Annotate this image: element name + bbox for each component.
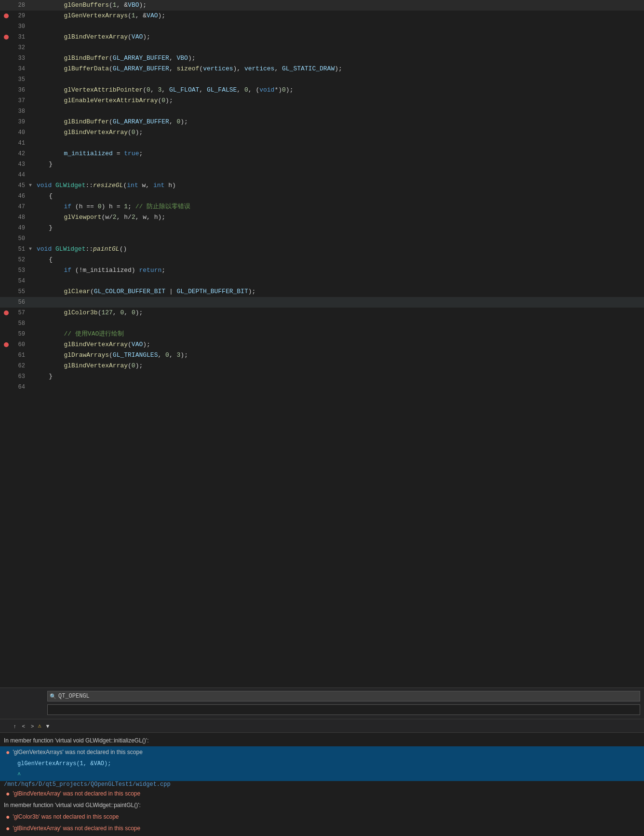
nav-next-button[interactable]: >	[29, 722, 36, 730]
code-line[interactable]: 53 if (!m_initialized) return;	[0, 265, 644, 276]
code-line[interactable]: 59 // 使用VAO进行绘制	[0, 329, 644, 339]
line-number: 64	[11, 382, 25, 392]
token	[34, 267, 64, 274]
code-line[interactable]: 54	[0, 276, 644, 286]
token: (	[109, 118, 113, 125]
breakpoint-icon[interactable]	[4, 13, 9, 18]
nav-next-error-button[interactable]: <	[20, 722, 27, 730]
code-line[interactable]: 61 glDrawArrays(GL_TRIANGLES, 0, 3);	[0, 350, 644, 361]
code-line[interactable]: 45▼void GLWidget::resizeGL(int w, int h)	[0, 180, 644, 191]
code-content: glBindBuffer(GL_ARRAY_BUFFER, VBO);	[30, 53, 644, 64]
find-input-wrapper[interactable]: 🔍	[47, 691, 640, 701]
code-line[interactable]: 52 {	[0, 255, 644, 265]
code-line[interactable]: 44	[0, 170, 644, 180]
breakpoint-icon[interactable]	[4, 310, 9, 315]
code-line[interactable]: 47 if (h == 0) h = 1; // 防止除以零错误	[0, 202, 644, 212]
line-number: 53	[11, 265, 25, 276]
code-line[interactable]: 64	[0, 382, 644, 392]
token: 127	[101, 309, 112, 316]
code-line[interactable]: 34 glBufferData(GL_ARRAY_BUFFER, sizeof(…	[0, 64, 644, 74]
line-gutter: 34	[0, 64, 29, 74]
code-line[interactable]: 55 glClear(GL_COLOR_BUFFER_BIT | GL_DEPT…	[0, 286, 644, 297]
line-gutter: 47	[0, 202, 29, 212]
code-line[interactable]: 56	[0, 297, 644, 308]
no-breakpoint	[4, 98, 9, 103]
no-breakpoint	[4, 45, 9, 50]
code-editor[interactable]: 28 glGenBuffers(1, &VBO);29 glGenVertexA…	[0, 0, 644, 688]
line-number: 48	[11, 212, 25, 223]
code-line[interactable]: 29 glGenVertexArrays(1, &VAO);	[0, 11, 644, 21]
token: ;	[161, 267, 165, 274]
line-gutter: 37	[0, 95, 29, 106]
code-line[interactable]: 43 }	[0, 159, 644, 170]
token: {	[34, 256, 53, 263]
breakpoint-icon[interactable]	[4, 35, 9, 40]
token: 0	[132, 362, 135, 369]
code-line[interactable]: 36 glVertexAttribPointer(0, 3, GL_FLOAT,…	[0, 85, 644, 95]
issue-line[interactable]: ●'glColor3b' was not declared in this sc…	[0, 811, 644, 823]
code-line[interactable]: 58	[0, 318, 644, 329]
code-line[interactable]: 63 }	[0, 371, 644, 382]
code-line[interactable]: 33 glBindBuffer(GL_ARRAY_BUFFER, VBO);	[0, 53, 644, 64]
code-line[interactable]: 35	[0, 74, 644, 85]
code-line[interactable]: 38	[0, 106, 644, 117]
token: }	[34, 224, 53, 231]
code-content: glColor3b(127, 0, 0);	[30, 308, 644, 318]
token: GL_FLOAT	[169, 86, 199, 94]
code-line[interactable]: 31 glBindVertexArray(VAO);	[0, 32, 644, 42]
code-line[interactable]: 37 glEnableVertexAttribArray(0);	[0, 95, 644, 106]
code-line[interactable]: 42 m_initialized = true;	[0, 148, 644, 159]
issue-line[interactable]: ●'glGenVertexArrays' was not declared in…	[0, 746, 644, 758]
code-line[interactable]: 48 glViewport(w/2, h/2, w, h);	[0, 212, 644, 223]
find-input[interactable]	[58, 693, 638, 700]
replace-input[interactable]	[48, 705, 121, 712]
error-text: 'glColor3b' was not declared in this sco…	[13, 812, 119, 821]
token: glVertexAttribPointer	[64, 86, 143, 94]
token: GL_ARRAY_BUFFER	[113, 65, 169, 72]
warning-icon: ⚠	[38, 722, 41, 729]
code-line[interactable]: 62 glBindVertexArray(0);	[0, 361, 644, 371]
line-number: 47	[11, 202, 25, 212]
code-line[interactable]: 46 {	[0, 191, 644, 202]
fold-arrow-icon[interactable]: ▼	[29, 180, 32, 191]
code-line[interactable]: 40 glBindVertexArray(0);	[0, 127, 644, 138]
no-breakpoint	[4, 268, 9, 273]
replace-input-wrapper[interactable]	[47, 704, 640, 715]
code-line[interactable]: 49 }	[0, 223, 644, 233]
code-line[interactable]: 50	[0, 233, 644, 244]
no-breakpoint	[4, 88, 9, 93]
code-line[interactable]: 30	[0, 21, 644, 32]
code-line[interactable]: 41	[0, 138, 644, 148]
token: GL_STATIC_DRAW	[282, 65, 335, 72]
line-gutter: 48	[0, 212, 29, 223]
fold-arrow-icon[interactable]: ▼	[29, 244, 32, 255]
find-replace-bar: 🔍	[0, 688, 644, 719]
token: , w, h);	[135, 214, 165, 221]
issue-line[interactable]: ●'glBindVertexArray' was not declared in…	[0, 788, 644, 799]
no-breakpoint	[4, 173, 9, 177]
no-breakpoint	[4, 353, 9, 358]
code-line[interactable]: 60 glBindVertexArray(VAO);	[0, 339, 644, 350]
token	[34, 288, 64, 295]
breakpoint-icon[interactable]	[4, 342, 9, 347]
issue-line[interactable]: ●'glBindVertexArray' was not declared in…	[0, 823, 644, 834]
line-gutter: 28	[0, 0, 29, 11]
token	[34, 1, 64, 9]
token: void	[37, 182, 55, 189]
line-number: 32	[11, 42, 25, 53]
nav-prev-error-button[interactable]: ↑	[12, 722, 18, 730]
token: |	[165, 288, 176, 295]
code-line[interactable]: 57 glColor3b(127, 0, 0);	[0, 308, 644, 318]
error-bullet-icon: ●	[6, 748, 10, 756]
code-line[interactable]: 32	[0, 42, 644, 53]
token: );	[248, 288, 256, 295]
code-line[interactable]: 28 glGenBuffers(1, &VBO);	[0, 0, 644, 11]
code-line[interactable]: 39 glBindBuffer(GL_ARRAY_BUFFER, 0);	[0, 117, 644, 127]
token	[34, 150, 64, 157]
no-breakpoint	[4, 226, 9, 230]
filter-button[interactable]: ▼	[43, 722, 53, 730]
token: );	[165, 97, 173, 104]
line-number: 63	[11, 371, 25, 382]
line-number: 33	[11, 53, 25, 64]
code-line[interactable]: 51▼void GLWidget::paintGL()	[0, 244, 644, 255]
